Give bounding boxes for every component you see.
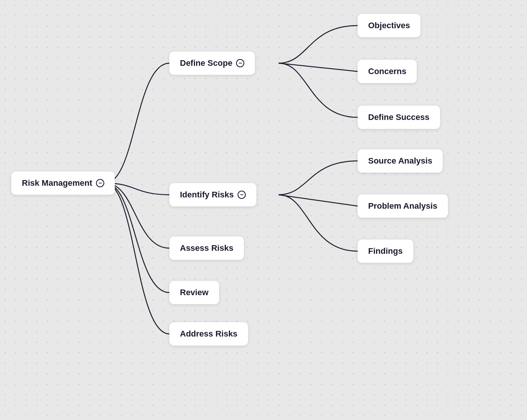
collapse-define-scope[interactable]: − [236,59,244,67]
node-assess-risks[interactable]: Assess Risks [169,237,244,260]
address-risks-label: Address Risks [180,329,238,339]
define-scope-label: Define Scope [180,58,232,68]
node-review[interactable]: Review [169,281,219,304]
identify-risks-label: Identify Risks [180,190,234,200]
node-define-success[interactable]: Define Success [358,106,440,129]
node-risk-management[interactable]: Risk Management − [11,171,115,195]
node-address-risks[interactable]: Address Risks [169,322,248,346]
connections-svg [0,0,527,420]
collapse-risk-management[interactable]: − [96,179,104,187]
node-identify-risks[interactable]: Identify Risks − [169,183,256,206]
assess-risks-label: Assess Risks [180,243,233,253]
risk-management-label: Risk Management [22,178,92,188]
concerns-label: Concerns [368,67,406,76]
node-source-analysis[interactable]: Source Analysis [358,149,443,173]
problem-analysis-label: Problem Analysis [368,201,437,211]
node-define-scope[interactable]: Define Scope − [169,52,255,75]
source-analysis-label: Source Analysis [368,156,432,166]
node-findings[interactable]: Findings [358,240,413,263]
findings-label: Findings [368,246,403,256]
node-concerns[interactable]: Concerns [358,60,417,83]
node-problem-analysis[interactable]: Problem Analysis [358,194,448,218]
define-success-label: Define Success [368,112,430,122]
node-objectives[interactable]: Objectives [358,14,420,37]
objectives-label: Objectives [368,21,410,30]
review-label: Review [180,288,209,297]
mind-map-container: Risk Management − Define Scope − Identif… [0,0,527,420]
collapse-identify-risks[interactable]: − [238,191,246,199]
